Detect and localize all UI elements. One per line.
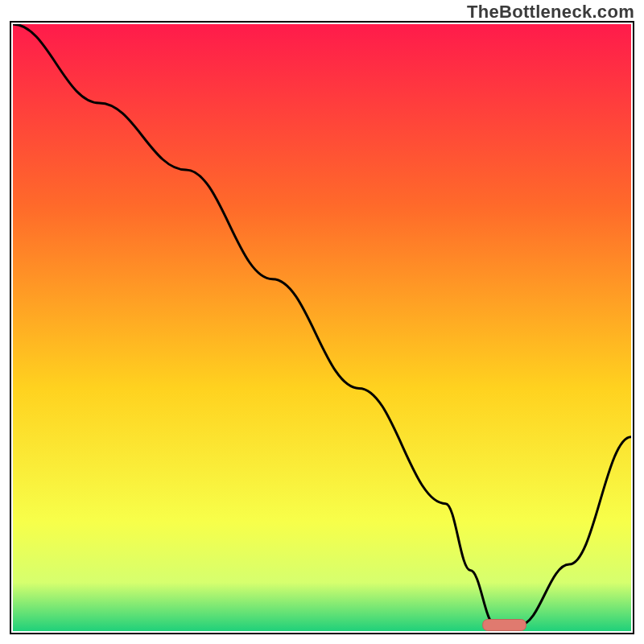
watermark-text: TheBottleneck.com [467,2,634,23]
chart-frame [10,21,634,634]
chart-plot-area [13,24,631,631]
chart-gradient-background [13,24,631,631]
chart-svg [13,24,631,631]
optimal-range-marker [483,619,526,630]
